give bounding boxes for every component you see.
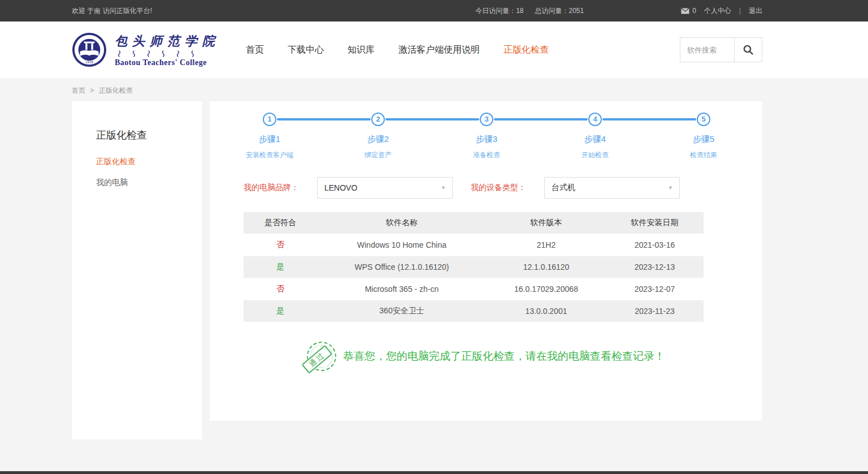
stamp-label: 通过	[301, 344, 332, 373]
table-row: 否 Microsoft 365 - zh-cn 16.0.17029.20068…	[244, 278, 704, 300]
step-1: 1 步骤1 安装检查客户端	[215, 113, 324, 160]
step-2-title: 步骤2	[324, 134, 432, 145]
table-row: 是 WPS Office (12.1.0.16120) 12.1.0.16120…	[244, 256, 704, 278]
chevron-down-icon: ▼	[668, 185, 673, 191]
computer-brand-value: LENOVO	[324, 183, 357, 192]
nav-item-download-center[interactable]: 下载中心	[288, 44, 324, 56]
sidebar-item-my-computer[interactable]: 我的电脑	[96, 178, 202, 188]
step-3: 3 步骤3 准备检查	[432, 113, 541, 160]
nav-item-genuine-check[interactable]: 正版化检查	[504, 44, 549, 56]
profile-link[interactable]: 个人中心	[704, 6, 731, 16]
sidebar: 正版化检查 正版化检查 我的电脑	[72, 101, 202, 439]
main-panel: 1 步骤1 安装检查客户端 2 步骤2 绑定资产 3 步骤3 准备检查 4 步骤…	[210, 101, 762, 421]
breadcrumb-home[interactable]: 首页	[72, 87, 85, 94]
cell-version: 13.0.0.2001	[487, 300, 606, 322]
header: · 1958 · 包头师范学院 Baotou Teachers' College	[0, 21, 868, 78]
table-header-row: 是否符合 软件名称 软件版本 软件安装日期	[244, 212, 704, 234]
table-row: 否 Windows 10 Home China 21H2 2021-03-16	[244, 234, 704, 256]
stepper: 1 步骤1 安装检查客户端 2 步骤2 绑定资产 3 步骤3 准备检查 4 步骤…	[215, 113, 758, 160]
step-1-title: 步骤1	[215, 134, 324, 145]
step-3-title: 步骤3	[432, 134, 541, 145]
cell-version: 16.0.17029.20068	[487, 278, 606, 300]
mongolian-script-icon	[116, 50, 201, 57]
step-4-circle: 4	[588, 113, 602, 126]
step-4: 4 步骤4 开始检查	[541, 113, 649, 160]
device-type-label: 我的设备类型：	[471, 183, 526, 193]
messages-link[interactable]: 0	[681, 7, 696, 15]
passed-stamp-icon: 通过	[304, 339, 339, 374]
cell-compliant: 是	[244, 300, 317, 322]
table-row: 是 360安全卫士 13.0.0.2001 2023-11-23	[244, 300, 704, 322]
col-header-name: 软件名称	[317, 212, 487, 234]
college-name-cn: 包头师范学院	[115, 33, 220, 50]
svg-text:· 1958 ·: · 1958 ·	[84, 61, 96, 64]
envelope-icon	[681, 8, 689, 14]
welcome-text: 欢迎 于南 访问正版化平台!	[72, 6, 152, 16]
today-visits: 今日访问量：18	[475, 6, 523, 16]
step-5-circle: 5	[697, 113, 710, 126]
college-logo-block: · 1958 · 包头师范学院 Baotou Teachers' College	[72, 32, 220, 67]
search-button[interactable]	[734, 37, 762, 62]
step-5-subtitle: 检查结果	[649, 150, 758, 160]
computer-brand-label: 我的电脑品牌：	[244, 183, 299, 193]
footer-strip	[0, 471, 868, 474]
nav-item-activation-guide[interactable]: 激活客户端使用说明	[398, 44, 480, 56]
cell-compliant: 否	[244, 278, 317, 300]
sidebar-title: 正版化检查	[96, 128, 202, 142]
breadcrumb-current: 正版化检查	[99, 87, 133, 94]
cell-install-date: 2023-11-23	[606, 300, 704, 322]
software-search	[680, 37, 762, 62]
cell-install-date: 2023-12-07	[606, 278, 704, 300]
step-5: 5 步骤5 检查结果	[649, 113, 758, 160]
college-name-en: Baotou Teachers' College	[115, 58, 220, 67]
cell-software-name: Microsoft 365 - zh-cn	[317, 278, 487, 300]
cell-compliant: 否	[244, 234, 317, 256]
device-type-select[interactable]: 台式机 ▼	[544, 177, 680, 199]
device-form: 我的电脑品牌： LENOVO ▼ 我的设备类型： 台式机 ▼	[244, 177, 762, 199]
cell-software-name: Windows 10 Home China	[317, 234, 487, 256]
breadcrumb-separator: >	[90, 87, 94, 94]
cell-compliant: 是	[244, 256, 317, 278]
step-2-circle: 2	[371, 113, 385, 126]
step-5-title: 步骤5	[649, 134, 758, 145]
check-result: 通过 恭喜您，您的电脑完成了正版化检查，请在我的电脑查看检查记录！	[210, 342, 762, 371]
cell-software-name: 360安全卫士	[317, 300, 487, 322]
search-input[interactable]	[680, 37, 734, 62]
step-4-subtitle: 开始检查	[541, 150, 649, 160]
total-visits: 总访问量：2051	[535, 6, 584, 16]
main-nav: 首页 下载中心 知识库 激活客户端使用说明 正版化检查	[246, 44, 549, 56]
col-header-compliant: 是否符合	[244, 212, 317, 234]
mail-count: 0	[692, 7, 696, 15]
search-icon	[743, 44, 754, 55]
topbar: 欢迎 于南 访问正版化平台! 今日访问量：18 总访问量：2051 0 个人中心…	[0, 0, 868, 21]
computer-brand-select[interactable]: LENOVO ▼	[317, 177, 453, 199]
cell-version: 12.1.0.16120	[487, 256, 606, 278]
col-header-install-date: 软件安装日期	[606, 212, 704, 234]
cell-version: 21H2	[487, 234, 606, 256]
step-1-subtitle: 安装检查客户端	[215, 150, 324, 160]
college-emblem-icon: · 1958 ·	[72, 32, 107, 67]
cell-software-name: WPS Office (12.1.0.16120)	[317, 256, 487, 278]
result-message: 恭喜您，您的电脑完成了正版化检查，请在我的电脑查看检查记录！	[343, 349, 665, 364]
nav-item-knowledge-base[interactable]: 知识库	[348, 44, 375, 56]
breadcrumb: 首页 > 正版化检查	[72, 78, 762, 101]
step-3-subtitle: 准备检查	[432, 150, 541, 160]
logout-link[interactable]: 退出	[749, 6, 762, 16]
cell-install-date: 2021-03-16	[606, 234, 704, 256]
col-header-version: 软件版本	[487, 212, 606, 234]
visit-stats: 今日访问量：18 总访问量：2051	[475, 6, 584, 16]
sidebar-item-genuine-check[interactable]: 正版化检查	[96, 157, 202, 167]
step-4-title: 步骤4	[541, 134, 649, 145]
cell-install-date: 2023-12-13	[606, 256, 704, 278]
step-1-circle: 1	[263, 113, 276, 126]
topbar-divider: |	[739, 7, 741, 15]
step-2: 2 步骤2 绑定资产	[324, 113, 432, 160]
nav-item-home[interactable]: 首页	[246, 44, 264, 56]
step-3-circle: 3	[480, 113, 493, 126]
page: 欢迎 于南 访问正版化平台! 今日访问量：18 总访问量：2051 0 个人中心…	[0, 0, 868, 474]
chevron-down-icon: ▼	[441, 185, 446, 191]
device-type-value: 台式机	[552, 183, 575, 193]
step-2-subtitle: 绑定资产	[324, 150, 432, 160]
software-table: 是否符合 软件名称 软件版本 软件安装日期 否 Windows 10 Home …	[244, 212, 704, 322]
